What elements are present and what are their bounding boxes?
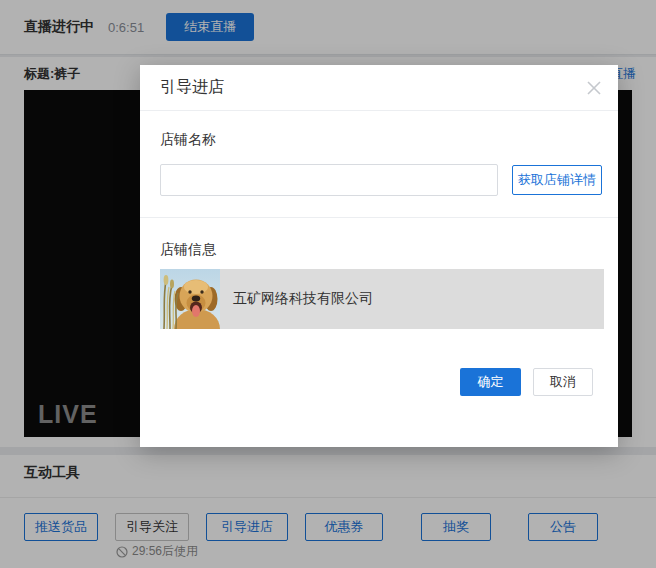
- close-icon[interactable]: [582, 76, 606, 100]
- store-info-row: 五矿网络科技有限公司: [160, 269, 604, 329]
- guide-to-store-dialog: 引导进店 店铺名称 获取店铺详情 店铺信息: [140, 65, 618, 447]
- dialog-title: 引导进店: [160, 77, 224, 98]
- company-name: 五矿网络科技有限公司: [220, 290, 373, 308]
- confirm-button[interactable]: 确定: [460, 368, 521, 396]
- dialog-divider: [140, 217, 618, 218]
- cancel-button[interactable]: 取消: [533, 368, 593, 396]
- close-x-icon: [585, 79, 603, 97]
- store-name-input[interactable]: [160, 164, 498, 196]
- fetch-store-details-button[interactable]: 获取店铺详情: [512, 165, 602, 195]
- dialog-header: 引导进店: [140, 65, 618, 111]
- store-info-label: 店铺信息: [160, 241, 216, 259]
- live-console-page: 直播进行中 0:6:51 结束直播 标题:裤子 直播 LIVE 互动工具 推送货…: [0, 0, 656, 568]
- store-name-label: 店铺名称: [160, 131, 216, 149]
- store-avatar-dog-photo: [160, 269, 220, 329]
